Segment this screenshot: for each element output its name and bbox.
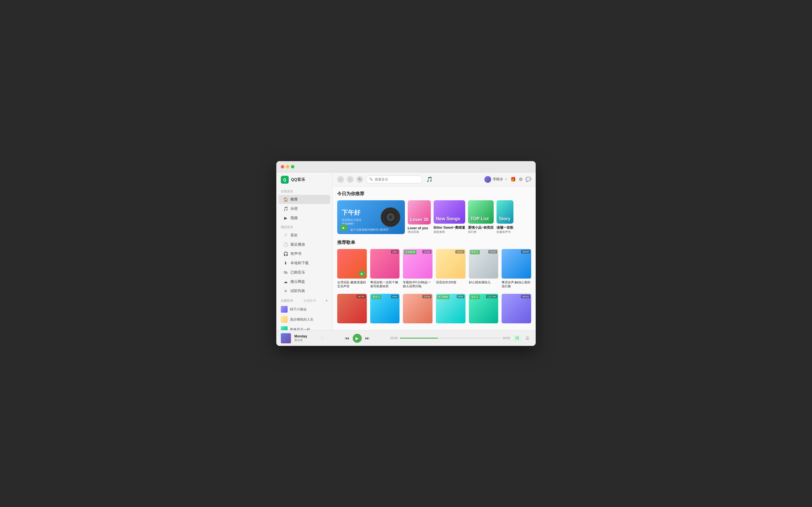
grid-card-5[interactable]: 音乐人 234W 好心情加满幼儿 — [469, 249, 499, 288]
small-card-newbitter[interactable]: New Songs Bitter Sweet~窦靖童 新歌推荐 — [434, 200, 465, 234]
grid-card-1[interactable]: ▶ 台湾乐队:极致浪漫的宝岛声音 — [337, 249, 367, 288]
like-button[interactable]: ♡ — [320, 336, 324, 341]
sidebar: Q QQ音乐 在线音乐 🏠 推荐 🎵 乐馆 ▶ 视频 我的音乐 ♡ 喜欢 — [276, 172, 333, 330]
play-pause-button[interactable]: ▶ — [353, 334, 362, 343]
my-music-section-label: 我的音乐 — [276, 223, 333, 230]
featured-sub-text: 尝试来点儿音乐 提提神吧~ — [342, 218, 378, 226]
sidebar-item-zuijin[interactable]: 🕐 最近播放 — [278, 240, 330, 249]
type-badge-s4: 百万播放 — [437, 295, 449, 299]
grid-card-4[interactable]: 353W 话语佳作200首 — [436, 249, 465, 288]
small-card-content-newbitter: New Songs — [434, 200, 465, 224]
queue-button[interactable]: ☰ — [523, 334, 531, 342]
small-card-story[interactable]: Story 读懂一首歌 热播有声书 — [497, 200, 513, 234]
user-avatar — [485, 176, 491, 183]
home-icon: 🏠 — [283, 197, 288, 202]
small-card-content-story: Story — [497, 200, 513, 224]
count-badge-s5: 122.4W — [486, 295, 497, 298]
featured-main-card[interactable]: 下午好 尝试来点儿音乐 提提神吧~ ▶ 这个与直觉相冲突时代~陈鸿宇 — [337, 200, 405, 234]
user-info[interactable]: 李晓冰 ▼ — [485, 176, 507, 183]
play-overlay-1[interactable]: ▶ — [359, 271, 365, 277]
sidebar-item-yigou[interactable]: 🛍 已购音乐 — [278, 268, 330, 277]
refresh-button[interactable]: ↻ — [356, 176, 363, 183]
forward-button[interactable]: › — [347, 176, 354, 183]
sidebar-label-weiyun: 微云网盘 — [290, 279, 305, 284]
sidebar-item-xihuan[interactable]: ♡ 喜欢 — [278, 231, 330, 240]
small-card-img-story: Story — [497, 200, 513, 224]
sidebar-label-shiting: 试听列表 — [290, 288, 305, 293]
type-badge-s2: 音乐人 — [371, 295, 381, 299]
grid-card-img-4: 353W — [436, 249, 465, 279]
minimize-button[interactable] — [286, 165, 289, 168]
download-icon: ⬇ — [283, 261, 288, 265]
sidebar-item-tuijian[interactable]: 🏠 推荐 — [278, 195, 330, 204]
featured-play-button[interactable]: ▶ — [340, 224, 347, 231]
grid-card-s1[interactable]: 567W — [337, 294, 367, 325]
progress-fill — [400, 338, 438, 339]
settings-icon[interactable]: ⚙ — [519, 177, 523, 182]
maximize-button[interactable] — [291, 165, 294, 168]
small-card-toplist[interactable]: TOP List 爱情小品~林奕匡 排行榜 — [468, 200, 494, 234]
grid-card-title-5: 好心情加满幼儿 — [469, 280, 499, 284]
right-panel: ‹ › ↻ 🔍 🎵 李晓冰 ▼ 🎁 ⚙ 💬 — [333, 172, 536, 330]
search-bar[interactable]: 🔍 — [366, 175, 422, 183]
small-card-content-lover: Lover 30 — [408, 200, 431, 224]
section3-cards-grid: 567W 音乐人 43W 232W — [337, 294, 531, 325]
section1-title: 今日为你推荐 — [337, 191, 531, 197]
featured-text: 下午好 尝试来点儿音乐 提提神吧~ — [342, 209, 378, 226]
back-button[interactable]: ‹ — [337, 176, 344, 183]
next-button[interactable]: ⏭ — [365, 336, 370, 341]
grid-card-s6[interactable]: 982W — [502, 294, 531, 325]
grid-card-img-s4: 百万播放 65W — [436, 294, 465, 323]
playlist-section-label: 自建歌单 — [281, 298, 293, 303]
sidebar-item-shipin[interactable]: ▶ 视频 — [278, 214, 330, 223]
type-badge-s5: 音乐人 — [470, 295, 480, 299]
sidebar-item-yueguan[interactable]: 🎵 乐馆 — [278, 204, 330, 213]
gift-icon[interactable]: 🎁 — [510, 177, 516, 182]
playlist-item-2[interactable]: 漫步糟糕的人生 — [276, 314, 333, 325]
bag-icon: 🛍 — [283, 270, 288, 275]
grid-card-2[interactable]: 19W 粤语好歌一次听个够,老司机都在听 — [370, 249, 400, 288]
online-section-label: 在线音乐 — [276, 187, 333, 194]
playlist-item-1[interactable]: 硝子の都会 — [276, 304, 333, 314]
sidebar-label-yueguan: 乐馆 — [290, 206, 298, 211]
grid-card-title-4: 话语佳作200首 — [436, 280, 465, 284]
story-title: 读懂一首歌 — [497, 225, 513, 230]
card-info-story: 读懂一首歌 热播有声书 — [497, 225, 513, 234]
small-card-lover[interactable]: Lover 30 Lover of you 情侣30首 — [408, 200, 431, 234]
search-input[interactable] — [375, 177, 419, 181]
sidebar-item-bendi[interactable]: ⬇ 本地和下载 — [278, 259, 330, 268]
prev-button[interactable]: ⏮ — [345, 336, 349, 341]
grid-card-s5[interactable]: 音乐人 122.4W — [469, 294, 499, 325]
app-window: Q QQ音乐 在线音乐 🏠 推荐 🎵 乐馆 ▶ 视频 我的音乐 ♡ 喜欢 — [276, 161, 536, 346]
lover-sub: 情侣30首 — [408, 230, 431, 234]
sidebar-item-shiting[interactable]: ≡ 试听列表 — [278, 286, 330, 295]
toplist-sub: 排行榜 — [468, 230, 494, 234]
sidebar-item-weiyun[interactable]: ☁ 微云网盘 — [278, 277, 330, 286]
count-badge-6: 356W — [521, 250, 530, 253]
app-logo-icon: Q — [281, 176, 289, 184]
lyrics-button[interactable]: 词 — [513, 334, 521, 342]
story-badge: Story — [499, 216, 511, 221]
featured-song-title: 这个与直觉相冲突时代~陈鸿宇 — [350, 228, 389, 232]
logo-area: Q QQ音乐 — [276, 176, 333, 187]
grid-card-s2[interactable]: 音乐人 43W — [370, 294, 400, 325]
progress-bar[interactable] — [400, 338, 500, 339]
count-badge-3: 123W — [422, 250, 432, 253]
close-button[interactable] — [281, 165, 284, 168]
section2-title: 推荐歌单 — [337, 240, 531, 245]
grid-card-3[interactable]: 互动歌单 123W 车载BUFF,DJ响起一路火花带闪电 — [403, 249, 433, 288]
grid-card-s3[interactable]: 232W — [403, 294, 433, 325]
grid-card-6[interactable]: 356W 粤语女声,触动心扉的流行曲 — [502, 249, 531, 288]
list-icon: ≡ — [283, 289, 288, 293]
sidebar-label-shipin: 视频 — [290, 216, 298, 221]
count-badge-s4: 65W — [457, 295, 464, 298]
add-playlist-button[interactable]: + — [325, 298, 328, 303]
message-icon[interactable]: 💬 — [525, 177, 531, 182]
sidebar-item-yousheng[interactable]: 🎧 有声书 — [278, 249, 330, 258]
playlist-item-3[interactable]: 要像荷花一样 — [276, 325, 333, 330]
grid-card-img-s2: 音乐人 43W — [370, 294, 400, 323]
chevron-down-icon: ▼ — [505, 178, 507, 181]
total-time: 04:09 — [503, 337, 510, 340]
playlist-label-1: 硝子の都会 — [290, 307, 307, 312]
grid-card-s4[interactable]: 百万播放 65W — [436, 294, 465, 325]
